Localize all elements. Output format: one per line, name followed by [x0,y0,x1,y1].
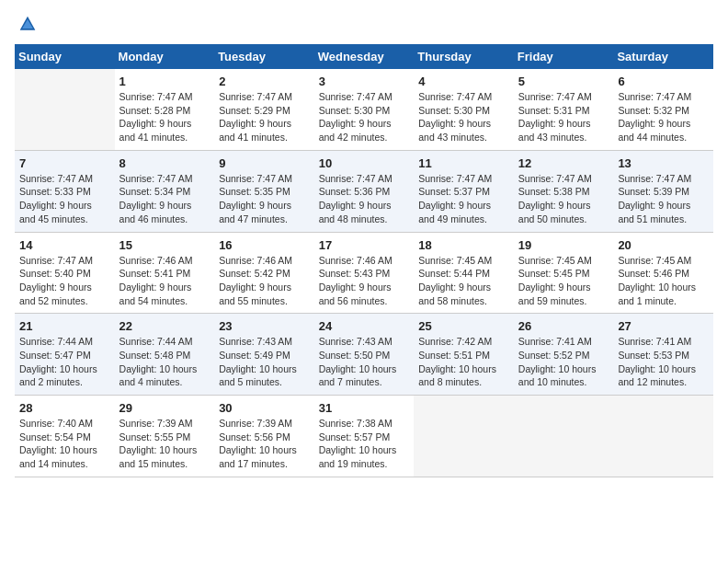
day-info: Sunrise: 7:45 AMSunset: 5:44 PMDaylight:… [418,254,509,308]
calendar-cell: 29Sunrise: 7:39 AMSunset: 5:55 PMDayligh… [115,396,215,477]
day-number: 11 [418,156,509,170]
calendar-cell: 10Sunrise: 7:47 AMSunset: 5:36 PMDayligh… [314,150,415,232]
calendar-cell: 11Sunrise: 7:47 AMSunset: 5:37 PMDayligh… [414,150,514,232]
day-info: Sunrise: 7:46 AMSunset: 5:43 PMDaylight:… [319,254,410,308]
calendar-cell: 4Sunrise: 7:47 AMSunset: 5:30 PMDaylight… [414,69,514,150]
calendar-cell: 24Sunrise: 7:43 AMSunset: 5:50 PMDayligh… [314,314,415,396]
day-number: 2 [219,75,310,88]
week-row-5: 28Sunrise: 7:40 AMSunset: 5:54 PMDayligh… [15,396,713,477]
day-number: 27 [618,319,709,333]
day-info: Sunrise: 7:42 AMSunset: 5:51 PMDaylight:… [418,335,509,389]
day-number: 14 [19,238,110,252]
calendar-cell: 20Sunrise: 7:45 AMSunset: 5:46 PMDayligh… [613,232,713,314]
week-row-4: 21Sunrise: 7:44 AMSunset: 5:47 PMDayligh… [15,314,713,396]
column-header-saturday: Saturday [613,44,713,69]
logo [15,15,37,33]
logo-icon [18,15,37,33]
calendar-cell: 19Sunrise: 7:45 AMSunset: 5:45 PMDayligh… [514,232,614,314]
day-number: 19 [518,238,609,252]
day-info: Sunrise: 7:46 AMSunset: 5:42 PMDaylight:… [219,254,310,308]
header-row: SundayMondayTuesdayWednesdayThursdayFrid… [15,44,713,69]
day-number: 7 [19,156,110,170]
column-header-tuesday: Tuesday [214,44,314,69]
day-number: 24 [319,319,410,333]
day-info: Sunrise: 7:39 AMSunset: 5:56 PMDaylight:… [219,417,310,471]
calendar-cell: 3Sunrise: 7:47 AMSunset: 5:30 PMDaylight… [314,69,415,150]
calendar-cell: 14Sunrise: 7:47 AMSunset: 5:40 PMDayligh… [15,232,115,314]
day-info: Sunrise: 7:47 AMSunset: 5:34 PMDaylight:… [119,172,210,226]
day-info: Sunrise: 7:43 AMSunset: 5:50 PMDaylight:… [319,335,410,389]
column-header-wednesday: Wednesday [314,44,415,69]
day-number: 23 [219,319,310,333]
calendar-cell: 5Sunrise: 7:47 AMSunset: 5:31 PMDaylight… [514,69,614,150]
day-info: Sunrise: 7:41 AMSunset: 5:52 PMDaylight:… [518,335,609,389]
day-info: Sunrise: 7:47 AMSunset: 5:29 PMDaylight:… [219,90,310,144]
day-info: Sunrise: 7:47 AMSunset: 5:30 PMDaylight:… [418,90,509,144]
calendar-cell: 13Sunrise: 7:47 AMSunset: 5:39 PMDayligh… [613,150,713,232]
day-info: Sunrise: 7:47 AMSunset: 5:36 PMDaylight:… [319,172,410,226]
calendar-cell: 30Sunrise: 7:39 AMSunset: 5:56 PMDayligh… [214,396,314,477]
day-info: Sunrise: 7:47 AMSunset: 5:37 PMDaylight:… [418,172,509,226]
day-number: 3 [319,75,410,88]
day-number: 5 [518,75,609,88]
calendar-cell: 18Sunrise: 7:45 AMSunset: 5:44 PMDayligh… [414,232,514,314]
calendar-cell: 21Sunrise: 7:44 AMSunset: 5:47 PMDayligh… [15,314,115,396]
calendar-cell: 15Sunrise: 7:46 AMSunset: 5:41 PMDayligh… [115,232,215,314]
week-row-2: 7Sunrise: 7:47 AMSunset: 5:33 PMDaylight… [15,150,713,232]
calendar-cell: 22Sunrise: 7:44 AMSunset: 5:48 PMDayligh… [115,314,215,396]
calendar-cell [414,396,514,477]
calendar-cell: 6Sunrise: 7:47 AMSunset: 5:32 PMDaylight… [613,69,713,150]
calendar-cell [15,69,115,150]
day-info: Sunrise: 7:45 AMSunset: 5:46 PMDaylight:… [618,254,709,308]
calendar-cell: 16Sunrise: 7:46 AMSunset: 5:42 PMDayligh… [214,232,314,314]
day-info: Sunrise: 7:44 AMSunset: 5:47 PMDaylight:… [19,335,110,389]
day-number: 4 [418,75,509,88]
day-number: 6 [618,75,709,88]
day-info: Sunrise: 7:43 AMSunset: 5:49 PMDaylight:… [219,335,310,389]
day-number: 18 [418,238,509,252]
calendar-cell: 12Sunrise: 7:47 AMSunset: 5:38 PMDayligh… [514,150,614,232]
calendar-cell [613,396,713,477]
calendar-cell: 17Sunrise: 7:46 AMSunset: 5:43 PMDayligh… [314,232,415,314]
day-info: Sunrise: 7:47 AMSunset: 5:35 PMDaylight:… [219,172,310,226]
day-number: 12 [518,156,609,170]
day-number: 13 [618,156,709,170]
day-number: 30 [219,401,310,415]
calendar-cell: 31Sunrise: 7:38 AMSunset: 5:57 PMDayligh… [314,396,415,477]
week-row-1: 1Sunrise: 7:47 AMSunset: 5:28 PMDaylight… [15,69,713,150]
day-info: Sunrise: 7:47 AMSunset: 5:38 PMDaylight:… [518,172,609,226]
day-number: 1 [119,75,210,88]
day-number: 22 [119,319,210,333]
day-info: Sunrise: 7:47 AMSunset: 5:33 PMDaylight:… [19,172,110,226]
day-number: 16 [219,238,310,252]
column-header-sunday: Sunday [15,44,115,69]
day-number: 21 [19,319,110,333]
day-info: Sunrise: 7:47 AMSunset: 5:28 PMDaylight:… [119,90,210,144]
column-header-monday: Monday [115,44,215,69]
day-info: Sunrise: 7:41 AMSunset: 5:53 PMDaylight:… [618,335,709,389]
day-info: Sunrise: 7:38 AMSunset: 5:57 PMDaylight:… [319,417,410,471]
week-row-3: 14Sunrise: 7:47 AMSunset: 5:40 PMDayligh… [15,232,713,314]
day-number: 25 [418,319,509,333]
day-number: 17 [319,238,410,252]
calendar-cell: 1Sunrise: 7:47 AMSunset: 5:28 PMDaylight… [115,69,215,150]
calendar-cell: 23Sunrise: 7:43 AMSunset: 5:49 PMDayligh… [214,314,314,396]
calendar-cell [514,396,614,477]
calendar-cell: 7Sunrise: 7:47 AMSunset: 5:33 PMDaylight… [15,150,115,232]
day-info: Sunrise: 7:39 AMSunset: 5:55 PMDaylight:… [119,417,210,471]
day-number: 31 [319,401,410,415]
day-info: Sunrise: 7:47 AMSunset: 5:40 PMDaylight:… [19,254,110,308]
day-info: Sunrise: 7:47 AMSunset: 5:39 PMDaylight:… [618,172,709,226]
calendar-table: SundayMondayTuesdayWednesdayThursdayFrid… [15,44,713,477]
calendar-cell: 8Sunrise: 7:47 AMSunset: 5:34 PMDaylight… [115,150,215,232]
day-info: Sunrise: 7:45 AMSunset: 5:45 PMDaylight:… [518,254,609,308]
column-header-thursday: Thursday [414,44,514,69]
day-number: 8 [119,156,210,170]
day-number: 26 [518,319,609,333]
calendar-cell: 2Sunrise: 7:47 AMSunset: 5:29 PMDaylight… [214,69,314,150]
day-number: 9 [219,156,310,170]
day-number: 28 [19,401,110,415]
day-number: 10 [319,156,410,170]
calendar-cell: 28Sunrise: 7:40 AMSunset: 5:54 PMDayligh… [15,396,115,477]
day-info: Sunrise: 7:47 AMSunset: 5:30 PMDaylight:… [319,90,410,144]
